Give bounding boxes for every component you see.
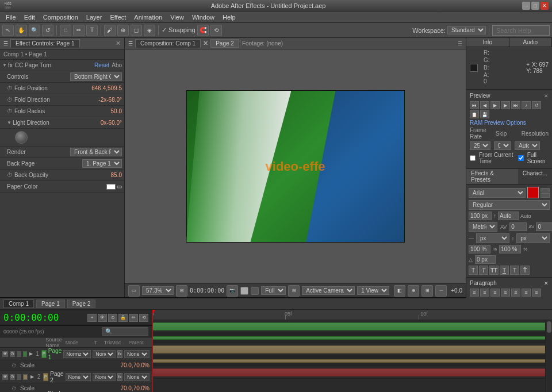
comp-tab[interactable]: Composition: Comp 1 — [135, 39, 201, 48]
layer1-mode[interactable]: Normz — [63, 350, 91, 358]
track-bar-layer1[interactable] — [152, 322, 552, 330]
tool-select[interactable]: ↖ — [2, 25, 14, 36]
prev-framerate-dropdown[interactable]: 25 — [470, 141, 490, 150]
ec-collapse-triangle[interactable]: ▼ — [2, 63, 7, 68]
layer2-fold-icon[interactable]: ▶ — [29, 373, 34, 381]
ec-fold-direction-value[interactable]: -2x-68.0° — [98, 97, 122, 103]
scale-h-input[interactable] — [469, 245, 490, 253]
ec-fold-position-value[interactable]: 646.4,509.5 — [91, 85, 122, 91]
auto-input[interactable] — [498, 212, 519, 220]
effect-controls-tab[interactable]: Effect Controls: Page 1 — [10, 39, 80, 48]
tl-solo[interactable]: ⊙ — [108, 314, 117, 322]
para-justify-right[interactable]: ≡ — [522, 289, 531, 297]
spacing2-dropdown[interactable]: px — [516, 233, 550, 243]
ec-light-dir-triangle[interactable]: ▼ — [7, 120, 12, 125]
type-btn-t4[interactable]: T — [500, 266, 509, 275]
tl-motion[interactable]: ⟲ — [139, 314, 148, 322]
scale-v-input[interactable] — [499, 245, 521, 253]
tool-brush[interactable]: 🖌 — [104, 25, 116, 36]
tool-pen[interactable]: ✏ — [73, 25, 85, 36]
para-justify-all[interactable]: ≡ — [532, 289, 541, 297]
style-dropdown[interactable]: Regular — [469, 200, 550, 210]
comp-view-dropdown[interactable]: Active Camera — [302, 286, 355, 295]
ec-controls-dropdown[interactable]: Bottom Right Corn — [70, 72, 122, 81]
tool-eraser[interactable]: ◻ — [131, 25, 142, 36]
motion-sketch-btn[interactable]: ⟲ — [210, 25, 222, 36]
comp-options-icon[interactable]: ☰ — [458, 41, 462, 47]
prev-first-frame[interactable]: ⏮ — [470, 101, 479, 109]
layer1-eye[interactable]: 👁 — [2, 351, 8, 357]
timeline-scrollbar[interactable] — [545, 320, 552, 392]
snapping-btn[interactable]: 🧲 — [197, 25, 209, 36]
from-current-checkbox[interactable] — [470, 155, 476, 161]
workspace-dropdown[interactable]: Standard — [447, 26, 486, 34]
ec-render-dropdown[interactable]: Front & Back Page — [70, 148, 122, 156]
comp-grid-btn[interactable]: ⊞ — [176, 285, 187, 297]
layer1-solo[interactable]: ⊙ — [10, 351, 15, 357]
prev-loop[interactable]: ↺ — [532, 101, 541, 109]
timeline-track-view[interactable]: 0 05f 10f — [152, 310, 552, 392]
type-btn-t5[interactable]: T — [510, 266, 519, 275]
comp-zoom-dropdown[interactable]: 57.3% — [142, 286, 174, 295]
layer2-solo[interactable]: ⊙ — [10, 374, 15, 380]
layer1-fx-btn[interactable]: fx — [117, 350, 122, 358]
prev-save[interactable]: 💾 — [480, 110, 489, 118]
type-btn-t2[interactable]: T — [479, 266, 488, 275]
para-align-right[interactable]: ≡ — [490, 289, 500, 297]
para-align-center[interactable]: ≡ — [480, 289, 489, 297]
ram-preview-options-link[interactable]: RAM Preview Options — [470, 120, 549, 126]
track-bar-layer2[interactable] — [152, 345, 552, 353]
prev-skip-dropdown[interactable]: 0 — [494, 141, 511, 150]
tool-clone[interactable]: ⊕ — [117, 25, 129, 36]
layer2-tmode[interactable]: None — [93, 373, 116, 381]
menu-window[interactable]: Window — [189, 13, 218, 22]
ec-back-page-dropdown[interactable]: 1. Page 1 — [82, 159, 122, 168]
timeline-playhead[interactable] — [152, 310, 153, 392]
metrics-dropdown[interactable]: Metrics — [469, 222, 497, 232]
ec-back-opacity-value[interactable]: 85.0 — [111, 172, 122, 178]
comp-region-btn[interactable]: ▭ — [128, 285, 140, 297]
spacing-unit-dropdown[interactable]: px — [476, 233, 509, 243]
menu-file[interactable]: File — [2, 13, 20, 22]
tool-rotate[interactable]: ↺ — [42, 25, 53, 36]
panel-close-btn[interactable]: ✕ — [116, 40, 121, 47]
ec-fold-radius-value[interactable]: 50.0 — [111, 108, 122, 114]
comp-color-btn[interactable] — [240, 287, 248, 295]
comp-ctrl2[interactable]: ⊕ — [408, 285, 419, 297]
layer1-parent[interactable]: None — [124, 350, 150, 358]
layer2-eye[interactable]: 👁 — [2, 374, 8, 380]
comp-ctrl4[interactable]: ↔ — [435, 285, 447, 297]
ec-light-dial[interactable] — [15, 131, 28, 144]
comp-viewcount-dropdown[interactable]: 1 View — [357, 286, 389, 295]
menu-view[interactable]: View — [167, 13, 187, 22]
comp-page2-tab[interactable]: Page 2 — [210, 39, 239, 48]
para-justify-center[interactable]: ≡ — [511, 289, 520, 297]
menu-effect[interactable]: Effect — [106, 13, 129, 22]
ec-light-dir-value[interactable]: 0x-60.0° — [101, 120, 122, 126]
timeline-tab-page2[interactable]: Page 2 — [67, 299, 96, 308]
tl-shy[interactable]: 👁 — [98, 314, 107, 322]
menu-layer[interactable]: Layer — [83, 13, 106, 22]
prev-last-frame[interactable]: ⏭ — [511, 101, 520, 109]
comp-split-btn[interactable]: ⊟ — [288, 285, 300, 297]
tool-zoom[interactable]: 🔍 — [29, 25, 40, 36]
kerning2-input[interactable] — [536, 222, 552, 231]
layer2-parent[interactable]: None — [124, 373, 150, 381]
ec-reset-btn[interactable]: Reset — [94, 62, 109, 68]
baseline-input[interactable] — [475, 255, 496, 264]
track-bar-layer3[interactable] — [152, 368, 552, 376]
comp-ctrl1[interactable]: ◧ — [394, 285, 405, 297]
font-color-swatch[interactable] — [527, 187, 539, 198]
panel-menu-icon[interactable]: ☰ — [3, 41, 8, 47]
comp-menu-icon[interactable]: ☰ — [128, 41, 133, 47]
menu-edit[interactable]: Edit — [21, 13, 39, 22]
type-btn-t6[interactable]: T̈ — [520, 266, 530, 275]
comp-capture-btn[interactable]: 📷 — [227, 285, 238, 297]
tl-edit[interactable]: ✏ — [129, 314, 138, 322]
prev-audio[interactable]: ♪ — [522, 101, 531, 109]
tool-hand[interactable]: ✋ — [16, 25, 27, 36]
tl-add-marker[interactable]: + — [87, 314, 97, 322]
maximize-button[interactable]: □ — [531, 2, 539, 10]
layer1-tmode[interactable]: None — [93, 350, 116, 358]
type-btn-t3[interactable]: TT — [489, 266, 499, 275]
